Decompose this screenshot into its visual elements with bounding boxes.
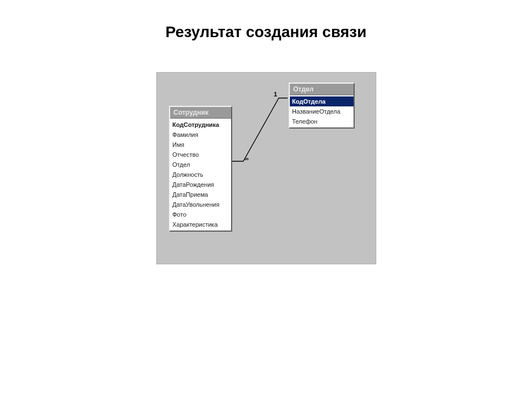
relation-many-label: ∞ [244, 155, 249, 162]
relationship-line[interactable] [157, 73, 376, 264]
relationships-canvas[interactable]: Сотрудник КодСотрудника Фамилия Имя Отче… [156, 72, 376, 264]
relation-one-label: 1 [274, 91, 277, 98]
page-title: Результат создания связи [0, 23, 532, 41]
